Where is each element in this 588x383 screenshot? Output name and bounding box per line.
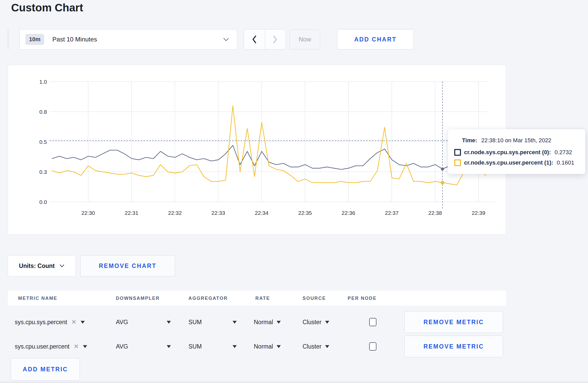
units-label: Units: Count <box>19 263 55 269</box>
col-header-metric-name: METRIC NAME <box>18 295 57 301</box>
x-tick-label: 22:38 <box>428 210 442 216</box>
crosshair-dot-0 <box>441 168 444 171</box>
x-tick-label: 22:39 <box>472 210 485 216</box>
remove-metric-button[interactable]: REMOVE METRIC <box>404 311 503 333</box>
x-tick-label: 22:36 <box>342 210 355 216</box>
caret-down-icon <box>325 345 329 348</box>
y-tick-label: 0.8 <box>39 109 47 115</box>
now-button[interactable]: Now <box>290 29 320 49</box>
tooltip-series-label: cr.node.sys.cpu.sys.percent (0): <box>464 149 551 156</box>
rate-value: Normal <box>254 319 273 326</box>
custom-chart-page: Custom Chart 10m Past 10 Minutes Now ADD… <box>0 0 588 383</box>
clear-metric-icon[interactable]: ✕ <box>71 318 76 326</box>
x-tick-label: 22:37 <box>385 210 399 216</box>
downsampler-value: AVG <box>116 343 128 350</box>
caret-down-icon <box>233 345 237 348</box>
col-header-per-node: PER NODE <box>348 295 377 301</box>
page-title: Custom Chart <box>11 2 83 14</box>
x-tick-label: 22:31 <box>125 210 138 216</box>
chart-svg[interactable]: 0.00.30.50.81.022:3022:3122:3222:3322:34… <box>8 65 506 234</box>
tooltip-time-value: 22:38:10 on Mar 15th, 2022 <box>481 137 551 144</box>
timeframe-nav-group <box>244 29 286 49</box>
chevron-right-icon <box>272 35 278 44</box>
downsampler-value: AVG <box>116 319 128 326</box>
crosshair-dot-1 <box>441 181 444 184</box>
chart-card: 0.00.30.50.81.022:3022:3122:3222:3322:34… <box>8 65 506 235</box>
aggregator-value: SUM <box>188 319 202 326</box>
per-node-cell <box>369 311 376 333</box>
x-tick-label: 22:35 <box>298 210 312 216</box>
tooltip-series-label: cr.node.sys.cpu.user.percent (1): <box>464 159 553 166</box>
clear-metric-icon[interactable]: ✕ <box>74 343 79 350</box>
metric-name-select[interactable]: sys.cpu.user.percent ✕ <box>15 335 87 358</box>
remove-metric-button[interactable]: REMOVE METRIC <box>404 336 503 357</box>
chevron-down-icon <box>223 37 229 41</box>
y-tick-label: 0.5 <box>39 139 47 145</box>
chevron-down-icon <box>59 264 65 268</box>
metric-name-select[interactable]: sys.cpu.sys.percent ✕ <box>15 311 85 333</box>
tooltip-series-row: cr.node.sys.cpu.sys.percent (0): 0.2732 <box>454 149 578 156</box>
source-select[interactable]: Cluster <box>303 335 329 358</box>
chevron-left-icon <box>252 35 257 44</box>
caret-down-icon <box>277 345 281 348</box>
tooltip-time-row: Time:22:38:10 on Mar 15th, 2022 <box>462 137 578 144</box>
caret-down-icon <box>325 321 329 324</box>
aggregator-select[interactable]: SUM <box>188 311 237 333</box>
caret-down-icon <box>167 345 171 348</box>
tooltip-time-label: Time: <box>462 137 477 144</box>
rate-select[interactable]: Normal <box>254 335 281 358</box>
caret-down-icon <box>167 321 171 324</box>
caret-down-icon[interactable] <box>83 345 87 348</box>
next-timeframe-button[interactable] <box>265 30 286 49</box>
x-tick-label: 22:32 <box>168 210 182 216</box>
timeframe-dropdown[interactable]: 10m Past 10 Minutes <box>19 29 237 49</box>
x-tick-label: 22:30 <box>81 210 95 216</box>
col-header-downsampler: DOWNSAMPLER <box>116 295 160 301</box>
downsampler-select[interactable]: AVG <box>116 311 171 333</box>
y-tick-label: 1.0 <box>39 79 47 85</box>
source-value: Cluster <box>303 343 321 350</box>
metric-row: sys.cpu.user.percent ✕ AVG SUM Normal Cl… <box>0 335 588 358</box>
caret-down-icon <box>233 321 237 324</box>
add-chart-button[interactable]: ADD CHART <box>337 29 414 49</box>
chart-tooltip: Time:22:38:10 on Mar 15th, 2022 cr.node.… <box>448 129 585 174</box>
add-metric-button[interactable]: ADD METRIC <box>11 358 80 380</box>
col-header-rate: RATE <box>255 295 270 301</box>
tooltip-series-row: cr.node.sys.cpu.user.percent (1): 0.1601 <box>454 159 578 166</box>
caret-down-icon <box>277 321 281 324</box>
source-select[interactable]: Cluster <box>303 311 329 333</box>
prev-timeframe-button[interactable] <box>244 30 265 49</box>
aggregator-select[interactable]: SUM <box>188 335 237 358</box>
timeframe-badge: 10m <box>25 34 44 45</box>
metric-name-value: sys.cpu.user.percent <box>15 343 69 350</box>
tooltip-series-value: 0.2732 <box>555 149 572 156</box>
col-header-aggregator: AGGREGATOR <box>188 295 228 301</box>
rate-select[interactable]: Normal <box>254 311 281 333</box>
units-dropdown[interactable]: Units: Count <box>8 255 76 276</box>
aggregator-value: SUM <box>188 343 202 350</box>
y-tick-label: 0.0 <box>39 199 47 205</box>
x-tick-label: 22:33 <box>212 210 225 216</box>
remove-chart-button[interactable]: REMOVE CHART <box>80 255 175 276</box>
toolbar-divider <box>8 29 8 49</box>
page-bottom-divider <box>0 381 588 383</box>
per-node-checkbox[interactable] <box>369 342 376 351</box>
x-tick-label: 22:34 <box>255 210 269 216</box>
source-value: Cluster <box>303 319 321 326</box>
metric-name-value: sys.cpu.sys.percent <box>15 319 67 326</box>
metrics-table-header: METRIC NAME DOWNSAMPLER AGGREGATOR RATE … <box>8 291 506 306</box>
series-line-1 <box>52 106 486 185</box>
y-tick-label: 0.3 <box>39 169 47 175</box>
downsampler-select[interactable]: AVG <box>116 335 171 358</box>
tooltip-series-value: 0.1601 <box>557 159 574 166</box>
series-swatch-user-icon <box>454 159 461 166</box>
series-swatch-sys-icon <box>454 149 461 156</box>
per-node-checkbox[interactable] <box>369 318 376 326</box>
col-header-source: SOURCE <box>303 295 326 301</box>
metric-row: sys.cpu.sys.percent ✕ AVG SUM Normal Clu… <box>0 311 588 333</box>
rate-value: Normal <box>254 343 273 350</box>
timeframe-label: Past 10 Minutes <box>52 36 97 43</box>
per-node-cell <box>369 335 376 358</box>
caret-down-icon[interactable] <box>81 321 85 324</box>
